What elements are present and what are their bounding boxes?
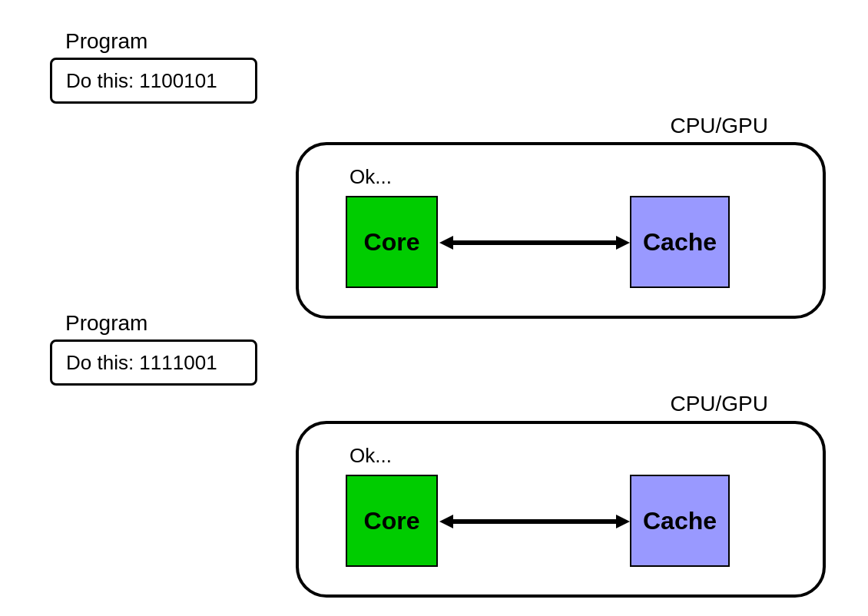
cache-label-bottom: Cache <box>643 507 717 535</box>
arrow-top <box>439 234 630 251</box>
core-label-top: Core <box>364 228 420 257</box>
svg-marker-4 <box>616 515 630 528</box>
svg-marker-1 <box>616 236 630 250</box>
core-box-top: Core <box>346 196 438 288</box>
svg-rect-2 <box>452 240 618 245</box>
svg-marker-3 <box>439 515 453 528</box>
program-box-top-text: Do this: 1100101 <box>66 69 217 93</box>
cpu-label-top: CPU/GPU <box>670 114 768 138</box>
cache-label-top: Cache <box>643 228 717 257</box>
cache-box-bottom: Cache <box>630 475 730 567</box>
cache-box-top: Cache <box>630 196 730 288</box>
core-box-bottom: Core <box>346 475 438 567</box>
arrow-bottom <box>439 513 630 530</box>
ok-label-bottom: Ok... <box>350 444 392 468</box>
program-box-top: Do this: 1100101 <box>50 58 257 104</box>
ok-label-top: Ok... <box>350 165 392 189</box>
program-box-bottom-text: Do this: 1111001 <box>66 351 217 375</box>
program-label-top: Program <box>65 29 147 54</box>
program-label-bottom: Program <box>65 311 147 336</box>
core-label-bottom: Core <box>364 507 420 535</box>
diagram-container: Program Do this: 1100101 CPU/GPU Ok... C… <box>0 0 868 616</box>
svg-marker-0 <box>439 236 453 250</box>
program-box-bottom: Do this: 1111001 <box>50 339 257 386</box>
svg-rect-5 <box>452 519 618 524</box>
cpu-label-bottom: CPU/GPU <box>670 392 768 416</box>
